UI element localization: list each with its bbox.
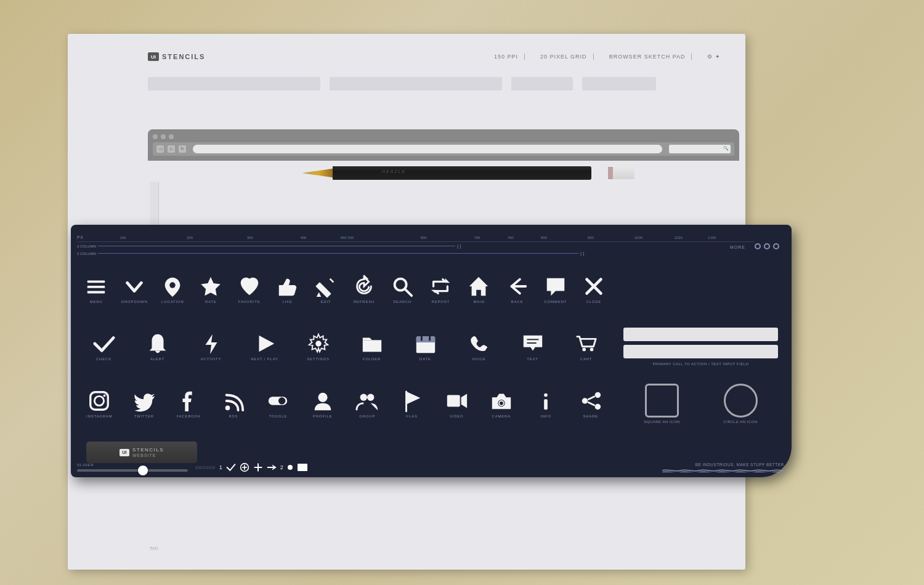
svg-point-35 [360,394,367,401]
back-icon [506,275,529,298]
icon-cell-toggle: TOGGLE [256,389,301,418]
be-industrious-area: BE INDUSTRIOUS. MAKE STUFF BETTER. [650,462,785,472]
pad-name-spec: BROWSER SKETCH PAD [603,54,692,60]
ruler-1000: 1000 [634,236,642,240]
svg-line-9 [405,289,411,296]
camera-icon [490,389,513,413]
rss-icon [222,389,245,413]
reload-button[interactable]: ↻ [179,145,186,153]
circle-icon-container: cIrcLE AN IcoN [723,384,757,424]
browser-window-dots [153,134,734,139]
like-label: LIKE [283,300,293,304]
cart-label: CART [580,357,592,361]
svg-marker-16 [259,336,274,352]
icon-cell-alert: ALERT [131,332,184,361]
icon-cell-group: GROUP [345,389,390,418]
grid-spec: 20 PIXEL GRID [534,54,594,60]
folder-label: FOLDER [363,357,381,361]
svg-marker-15 [205,334,217,354]
svg-point-45 [594,392,601,398]
icon-cell-comment: COMMENT [537,275,575,304]
svg-point-3 [170,282,176,288]
svg-point-31 [225,406,230,411]
primary-cta-field-1[interactable] [623,328,778,341]
settings-label: SETTINGS [307,357,329,361]
pad-specs: 150 PPI 20 PIXEL GRID BROWSER SKETCH PAD… [488,54,727,60]
pencil-eraser [613,167,634,179]
dot-green [169,134,174,139]
icon-cell-video: VIDEO [434,389,479,418]
square-circle-panel: SQUARE AN ICON cIrcLE AN IcoN [616,377,785,430]
nav-bar-2 [330,77,502,91]
icon-cell-edit: EDIT [307,275,345,304]
svg-rect-21 [416,341,434,342]
edit-icon [314,275,338,298]
comment-label: COMMENT [544,300,567,304]
more-dot-3 [773,243,779,249]
icon-cell-close: CLOSE [575,275,613,304]
svg-rect-28 [91,392,108,410]
icon-cell-camera: CAMERA [479,389,524,418]
ruler-200: 200 [187,236,193,240]
small-icons-bottom: ○○○○○○ 1 2 [195,462,642,472]
col2-guide: 2 COLUMN | | [77,251,584,256]
ruler-900: 900 [588,236,594,240]
video-icon [445,389,468,413]
menu-icon [84,275,108,298]
share-label: SHARE [583,414,598,418]
pad-header: UI STENCILS 150 PPI 20 PIXEL GRID BROWSE… [148,52,727,61]
flag-label: FLAG [406,414,418,418]
svg-point-33 [278,397,285,404]
comment-icon [544,275,567,298]
icon-row-2: CHECK ALERT ACTIVITY NEXT / PLAY [77,320,613,373]
nav-bars [148,77,715,91]
icon-cell-info: INFO [524,389,569,418]
brand-stencils-text: STENCILS [132,447,164,453]
url-bar[interactable] [193,145,662,153]
primary-cta-field-2[interactable] [623,345,778,358]
pencil-body: HEAZLE [333,166,591,180]
icon-cell-profile: PROFILE [301,389,346,418]
rate-label: RATE [205,300,217,304]
icon-cell-cart: CART [559,332,613,361]
svg-point-43 [544,393,548,397]
camera-label: CAMERA [492,414,511,418]
pencil-eraser-band [608,167,613,179]
small-checkmark-icon [226,462,236,472]
repost-label: REPOST [432,300,450,304]
ruler-600: 600 [421,236,427,240]
svg-marker-12 [469,277,488,296]
back-button[interactable]: ◁ [156,145,164,153]
forward-button[interactable]: ▷ [168,145,175,153]
slider-label: SLIDER [77,463,188,467]
ruler-1024: 1024 [675,236,683,240]
svg-point-18 [315,341,322,347]
bottom-ruler-label: 500 [150,546,158,551]
share-icon [579,389,602,413]
circle-icon-template [724,384,758,418]
twitter-label: TWITTER [134,414,154,418]
icon-cell-check: CHECK [77,332,131,361]
svg-rect-57 [298,464,307,471]
edit-label: EDIT [320,300,331,304]
search-bar[interactable]: 🔍 [669,145,731,153]
stencils-brand: STENCILS [162,53,205,60]
alert-icon [146,332,169,355]
svg-line-49 [588,402,594,406]
slider-thumb[interactable] [138,466,148,475]
svg-rect-44 [544,399,548,410]
instagram-label: INSTAGRAM [86,414,112,418]
icon-cell-like: LIKE [269,275,307,304]
stencil-tool: PX 100 200 300 400 480 500 600 700 760 8… [71,225,792,477]
more-dots [755,243,779,249]
icon-cell-instagram: INSTAGRAM [77,389,122,418]
toggle-icon [266,389,290,413]
instagram-icon [87,389,111,413]
svg-rect-39 [447,395,460,407]
activity-label: ACTIVITY [201,357,221,361]
wavy-underline [662,469,785,472]
slider-track[interactable] [77,469,188,472]
twitter-icon [132,389,156,413]
dot-red [153,134,158,139]
svg-rect-0 [87,281,105,283]
